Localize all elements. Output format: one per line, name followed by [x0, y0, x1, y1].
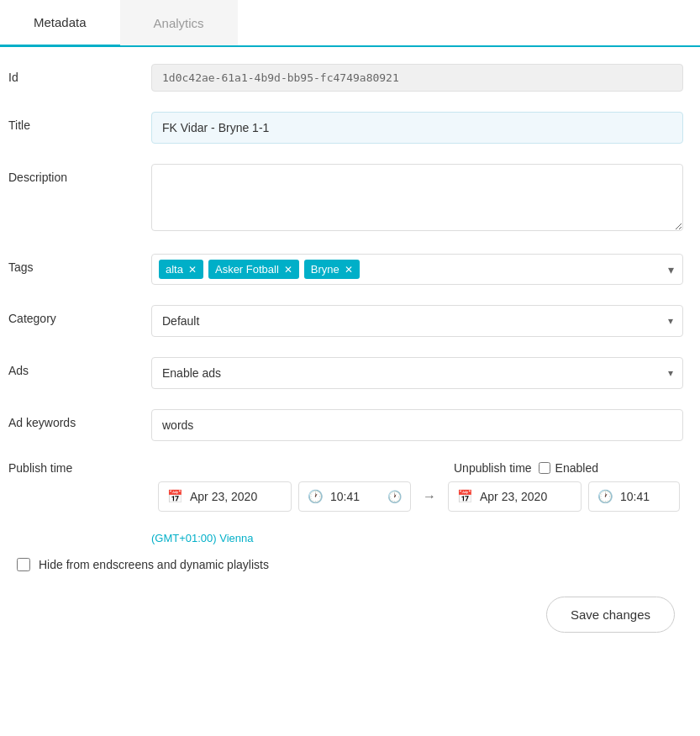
tag-bryne-remove[interactable]: ✕	[345, 265, 353, 275]
enabled-wrapper: Enabled	[539, 461, 598, 475]
tag-asker-fotball-remove[interactable]: ✕	[284, 265, 292, 275]
id-control	[151, 64, 683, 92]
hide-endscreens-row: Hide from endscreens and dynamic playlis…	[8, 558, 683, 571]
description-control	[151, 164, 683, 234]
tag-alta-remove[interactable]: ✕	[188, 265, 197, 275]
unpublish-date-input[interactable]	[480, 490, 572, 503]
category-label: Category	[8, 305, 151, 325]
ad-keywords-label: Ad keywords	[8, 409, 151, 429]
save-button[interactable]: Save changes	[546, 597, 675, 633]
enabled-label: Enabled	[555, 461, 598, 475]
tag-alta-label: alta	[166, 263, 183, 276]
category-control: Default ▾	[151, 305, 683, 337]
ads-row: Ads Enable ads Disable ads ▾	[8, 357, 683, 389]
id-row: Id	[8, 64, 683, 92]
unpublish-calendar-icon: 📅	[457, 489, 473, 504]
unpublish-time-label: Unpublish time	[454, 461, 532, 475]
publish-date-wrapper[interactable]: 📅	[158, 481, 292, 512]
description-row: Description	[8, 164, 683, 234]
timezone-link[interactable]: (GMT+01:00) Vienna	[151, 532, 683, 544]
tags-row: Tags alta ✕ Asker Fotball ✕ Bryne ✕ ▾	[8, 254, 683, 285]
unpublish-time-input[interactable]	[620, 490, 671, 503]
tag-asker-fotball-label: Asker Fotball	[215, 263, 279, 276]
unpublish-clock-icon: 🕐	[597, 489, 613, 504]
tags-dropdown-arrow: ▾	[668, 263, 674, 276]
unpublish-time-wrapper[interactable]: 🕐	[588, 481, 680, 512]
tags-label: Tags	[8, 254, 151, 274]
title-row: Title	[8, 112, 683, 144]
unpublish-time-header: Unpublish time Enabled	[454, 461, 598, 475]
arrow-icon: →	[423, 489, 436, 504]
ads-control: Enable ads Disable ads ▾	[151, 357, 683, 389]
footer-row: Save changes	[8, 597, 683, 633]
publish-time-label: Publish time	[8, 461, 151, 475]
datetime-labels-row: Publish time Unpublish time Enabled	[8, 461, 683, 475]
publish-time-wrapper[interactable]: 🕐 🕐	[298, 481, 411, 512]
description-input[interactable]	[151, 164, 683, 231]
publish-time-clock-suffix: 🕐	[387, 490, 402, 503]
id-input	[151, 64, 683, 92]
tags-control: alta ✕ Asker Fotball ✕ Bryne ✕ ▾	[151, 254, 683, 285]
publish-date-input[interactable]	[190, 490, 282, 503]
tag-asker-fotball: Asker Fotball ✕	[208, 260, 299, 279]
ads-select[interactable]: Enable ads Disable ads	[151, 357, 683, 389]
category-select-wrapper: Default ▾	[151, 305, 683, 337]
unpublish-enabled-checkbox[interactable]	[539, 462, 550, 474]
category-select[interactable]: Default	[151, 305, 683, 337]
title-input[interactable]	[151, 112, 683, 144]
hide-endscreens-label: Hide from endscreens and dynamic playlis…	[39, 558, 269, 571]
ads-select-wrapper: Enable ads Disable ads ▾	[151, 357, 683, 389]
category-row: Category Default ▾	[8, 305, 683, 337]
tab-metadata[interactable]: Metadata	[0, 0, 120, 47]
title-control	[151, 112, 683, 144]
description-label: Description	[8, 164, 151, 184]
publish-clock-icon: 🕐	[308, 489, 324, 504]
ad-keywords-input[interactable]	[151, 409, 683, 441]
datetime-inputs-row: 📅 🕐 🕐 → 📅 🕐	[8, 481, 683, 512]
id-label: Id	[8, 64, 151, 84]
datetime-section: Publish time Unpublish time Enabled 📅 🕐	[8, 461, 683, 512]
publish-calendar-icon: 📅	[167, 489, 183, 504]
ads-label: Ads	[8, 357, 151, 377]
tags-container[interactable]: alta ✕ Asker Fotball ✕ Bryne ✕ ▾	[151, 254, 683, 285]
tag-alta: alta ✕	[159, 260, 203, 279]
unpublish-date-wrapper[interactable]: 📅	[448, 481, 582, 512]
hide-endscreens-checkbox[interactable]	[17, 558, 30, 571]
ad-keywords-row: Ad keywords	[8, 409, 683, 441]
tag-bryne: Bryne ✕	[304, 260, 360, 279]
publish-time-input[interactable]	[330, 490, 381, 503]
tabs-container: Metadata Analytics	[0, 0, 700, 47]
tab-analytics[interactable]: Analytics	[120, 0, 238, 45]
tag-bryne-label: Bryne	[311, 263, 339, 276]
title-label: Title	[8, 112, 151, 132]
ad-keywords-control	[151, 409, 683, 441]
form-container: Id Title Description Tags alta ✕ Asker	[0, 47, 700, 649]
